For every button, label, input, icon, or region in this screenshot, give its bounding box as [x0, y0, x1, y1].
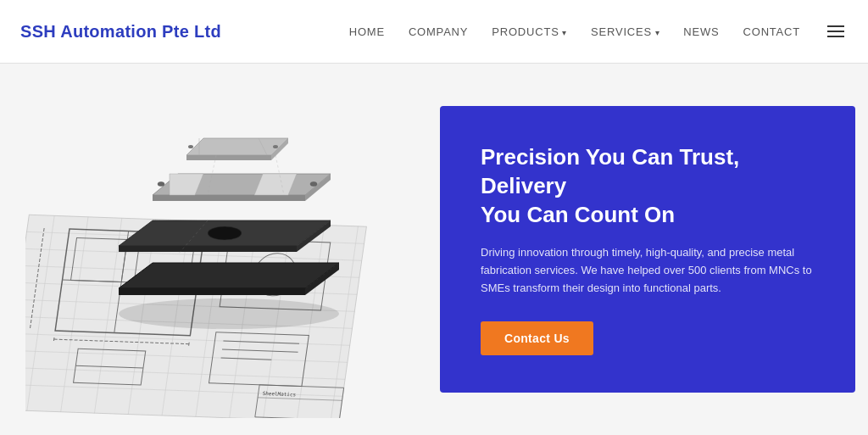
nav-item-products[interactable]: PRODUCTS	[492, 25, 567, 38]
nav-item-services[interactable]: SERVICES	[591, 25, 659, 38]
main-nav: HOME COMPANY PRODUCTS SERVICES NEWS CONT…	[349, 22, 848, 41]
parts-3d	[68, 114, 390, 335]
nav-item-home[interactable]: HOME	[349, 25, 385, 38]
svg-marker-60	[186, 155, 271, 160]
svg-point-57	[158, 182, 164, 187]
site-header: SSH Automation Pte Ltd HOME COMPANY PROD…	[0, 0, 868, 64]
hamburger-line-3	[827, 36, 844, 37]
contact-us-button[interactable]: Contact Us	[481, 321, 593, 355]
hero-heading: Precision You Can Trust, Delivery You Ca…	[481, 143, 815, 229]
hero-image: SheelMatics	[0, 64, 475, 435]
site-logo[interactable]: SSH Automation Pte Ltd	[20, 22, 221, 42]
svg-line-33	[189, 343, 190, 346]
svg-text:SheelMatics: SheelMatics	[262, 390, 297, 397]
nav-item-news[interactable]: NEWS	[683, 25, 719, 38]
hamburger-line-2	[827, 31, 844, 32]
svg-marker-46	[119, 288, 305, 295]
svg-point-65	[273, 145, 278, 148]
svg-line-32	[53, 337, 54, 341]
nav-item-contact[interactable]: CONTACT	[743, 25, 800, 38]
svg-point-58	[310, 182, 317, 187]
svg-marker-45	[119, 263, 339, 288]
hamburger-menu[interactable]	[824, 22, 848, 41]
info-card: Precision You Can Trust, Delivery You Ca…	[440, 106, 855, 393]
svg-point-51	[208, 226, 242, 240]
svg-point-44	[119, 298, 339, 329]
svg-marker-53	[153, 195, 305, 201]
hero-description: Driving innovation through timely, high-…	[481, 245, 815, 298]
hamburger-line-1	[827, 25, 844, 27]
svg-marker-49	[119, 246, 297, 252]
svg-point-64	[188, 145, 193, 148]
nav-item-company[interactable]: COMPANY	[409, 25, 468, 38]
hero-section: SheelMatics	[0, 64, 868, 435]
